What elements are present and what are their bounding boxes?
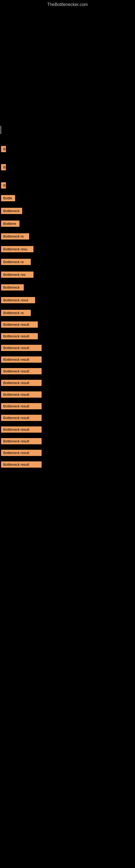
- list-item: Bottleneck res: [1, 269, 135, 280]
- list-item: Bottleneck result: [1, 320, 135, 330]
- bottleneck-result-bar[interactable]: B: [1, 146, 6, 152]
- list-item: Bottleneck resu: [1, 243, 135, 255]
- bottleneck-result-bar[interactable]: Bottleneck re: [1, 233, 29, 240]
- bottleneck-result-bar[interactable]: Bottleneck result: [1, 461, 42, 468]
- bottleneck-result-bar[interactable]: Bottlene: [1, 220, 19, 227]
- bottleneck-result-bar[interactable]: Bottleneck result: [1, 438, 42, 444]
- bottleneck-result-bar[interactable]: Bottleneck result: [1, 368, 42, 374]
- bottleneck-result-bar[interactable]: Bottleneck result: [1, 345, 42, 351]
- list-item: Bottleneck result: [1, 436, 135, 447]
- bottleneck-result-bar[interactable]: Bottleneck res: [1, 272, 34, 278]
- bottleneck-result-bar[interactable]: Bottleneck result: [1, 392, 42, 398]
- list-item: B: [1, 138, 135, 155]
- list-item: Bottleneck result: [1, 355, 135, 365]
- bottleneck-result-bar[interactable]: Bottleneck result: [1, 321, 38, 328]
- list-item: Bottleneck: [1, 205, 135, 217]
- list-item: Bottleneck result: [1, 413, 135, 424]
- items-container: BBBBottleBottleneckBottleneBottleneck re…: [0, 135, 135, 470]
- list-item: Bottleneck result: [1, 378, 135, 389]
- list-item: Bottleneck result: [1, 460, 135, 470]
- bottleneck-result-bar[interactable]: Bottleneck result: [1, 415, 42, 421]
- list-item: Bottleneck result: [1, 332, 135, 342]
- list-item: B: [1, 174, 135, 191]
- list-item: Bottlene: [1, 218, 135, 229]
- site-title: TheBottlenecker.com: [0, 0, 135, 8]
- bottleneck-result-bar[interactable]: Bottleneck: [1, 208, 22, 214]
- bottleneck-result-bar[interactable]: B: [1, 182, 6, 188]
- list-item: Bottleneck re: [1, 307, 135, 319]
- list-item: Bottleneck result: [1, 448, 135, 459]
- list-item: Bottleneck result: [1, 390, 135, 400]
- bottleneck-result-bar[interactable]: Bottle: [1, 195, 15, 201]
- list-item: Bottleneck re: [1, 256, 135, 268]
- bottleneck-result-bar[interactable]: Bottleneck result: [1, 426, 42, 433]
- bottleneck-result-bar[interactable]: Bottleneck result: [1, 356, 42, 363]
- bottleneck-result-bar[interactable]: Bottleneck result: [1, 403, 42, 409]
- top-spacer: [0, 8, 135, 125]
- list-item: Bottleneck resul: [1, 294, 135, 306]
- list-item: Bottleneck: [1, 282, 135, 293]
- cursor-indicator: [1, 126, 1, 134]
- bottleneck-result-bar[interactable]: Bottleneck result: [1, 380, 42, 386]
- list-item: Bottleneck re: [1, 230, 135, 242]
- bottleneck-result-bar[interactable]: Bottleneck: [1, 284, 24, 290]
- list-item: Bottleneck result: [1, 425, 135, 435]
- list-item: Bottle: [1, 192, 135, 204]
- list-item: Bottleneck result: [1, 401, 135, 412]
- list-item: Bottleneck result: [1, 343, 135, 354]
- bottleneck-result-bar[interactable]: Bottleneck re: [1, 310, 31, 316]
- bottleneck-result-bar[interactable]: Bottleneck result: [1, 450, 42, 456]
- bottleneck-result-bar[interactable]: B: [1, 164, 6, 170]
- bottleneck-result-bar[interactable]: Bottleneck re: [1, 259, 31, 265]
- bottleneck-result-bar[interactable]: Bottleneck resu: [1, 246, 34, 252]
- list-item: Bottleneck result: [1, 367, 135, 377]
- bottleneck-result-bar[interactable]: Bottleneck resul: [1, 297, 35, 303]
- list-item: B: [1, 156, 135, 173]
- bottleneck-result-bar[interactable]: Bottleneck result: [1, 333, 38, 339]
